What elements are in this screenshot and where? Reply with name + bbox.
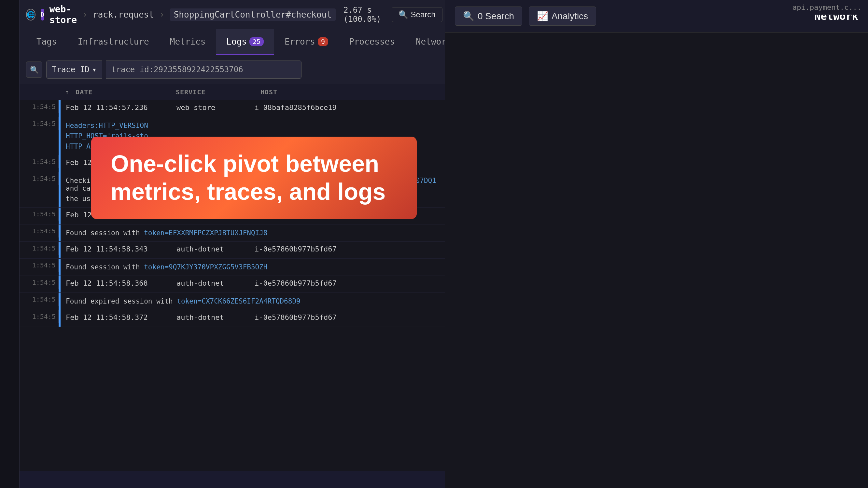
log-time: 1:54:5 [20,100,59,113]
duration: 2.67 s (100.0%) [343,5,381,24]
right-panel: 🔍 0 Search 📈 Analytics Network [445,0,868,488]
logs-badge: 25 [249,37,264,46]
table-row[interactable]: 1:54:5 Feb 12 11:54:58.372 auth-dotnet i… [20,310,445,327]
right-analytics-button[interactable]: 📈 Analytics [529,6,596,26]
log-time: 1:54:5 [20,155,59,168]
tab-infrastructure[interactable]: Infrastructure [67,29,159,55]
dd-logo: D [41,9,44,21]
log-content: Feb 12 11:54:58.368 auth-dotnet i-0e5786… [61,276,445,291]
log-host: i-0e57860b977b5fd67 [255,279,337,287]
log-date: Feb 12 11:54:58.368 [66,279,163,287]
right-analytics-label: Analytics [552,11,588,22]
log-time: 1:54:5 [20,276,59,289]
tab-metrics[interactable]: Metrics [159,29,216,55]
col-date-header[interactable]: ↑ DATE [65,88,176,96]
breadcrumb-separator2: › [159,9,165,20]
table-row[interactable]: 1:54:5 Feb 12 11:54:58.343 auth-dotnet i… [20,242,445,259]
log-text: Found session with [66,229,144,237]
tab-logs[interactable]: Logs 25 [216,29,274,55]
filter-value-input[interactable] [106,61,302,79]
log-token-link2[interactable]: token=9Q7KJY370VPXZGG5V3FB5OZH [144,263,267,271]
log-time: 1:54:5 [20,242,59,255]
col-host-header[interactable]: HOST [260,88,391,96]
left-sidebar [0,0,20,488]
right-panel-body [445,33,868,59]
log-detail-found2: Found session with token=9Q7KJY370VPXZGG… [66,262,439,272]
log-detail-found1: Found session with token=EFXXRMFPCZXPJBT… [66,228,439,238]
log-token-link1[interactable]: token=EFXXRMFPCZXPJBTUXJFNQIJ8 [144,229,267,237]
table-row[interactable]: 1:54:5 Found session with token=EFXXRMFP… [20,225,445,242]
right-panel-placeholder [452,39,862,52]
errors-badge: 9 [318,37,328,46]
log-text: Found expired session with [66,297,177,305]
log-text: Found session with [66,263,144,271]
search-label: Search [411,10,436,19]
search-icon: 🔍 [399,10,408,19]
log-time: 1:54:5 [20,117,59,130]
log-time: 1:54:5 [20,310,59,323]
col-service-header[interactable]: SERVICE [176,88,260,96]
controller-name: ShoppingCartController#checkout [170,8,336,21]
tab-processes[interactable]: Processes [339,29,405,55]
log-table-header: ↑ DATE SERVICE HOST [20,84,445,100]
filter-type-label: Trace ID [52,65,90,74]
overlay-banner: One-click pivot between metrics, traces,… [91,137,417,219]
dropdown-chevron: ▾ [92,65,97,74]
log-detail-expired: Found expired session with token=CX7CK66… [66,296,439,306]
log-time: 1:54:5 [20,172,59,185]
log-time: 1:54:5 [20,293,59,306]
breadcrumb-separator: › [82,9,88,20]
table-row[interactable]: 1:54:5 Found session with token=9Q7KJY37… [20,259,445,276]
log-content: Feb 12 11:54:58.372 auth-dotnet i-0e5786… [61,310,445,325]
right-search-label: 0 Search [477,11,514,22]
log-time: 1:54:5 [20,207,59,221]
log-host: i-0e57860b977b5fd67 [255,313,337,321]
analytics-icon2: 📈 [537,11,548,22]
tab-tags[interactable]: Tags [26,29,67,55]
globe-icon: 🌐 [26,9,35,21]
log-date: Feb 12 11:54:57.236 [66,103,163,111]
table-row[interactable]: 1:54:5 Feb 12 11:54:58.368 auth-dotnet i… [20,276,445,293]
rack-request: rack.request [93,10,154,20]
search-icon2: 🔍 [463,11,474,22]
log-content: Found expired session with token=CX7CK66… [61,293,445,310]
log-content: Feb 12 11:54:58.343 auth-dotnet i-0e5786… [61,242,445,256]
log-content: Found session with token=EFXXRMFPCZXPJBT… [61,225,445,241]
log-host: i-0e57860b977b5fd67 [255,245,337,253]
right-search-button[interactable]: 🔍 0 Search [455,6,522,26]
log-time: 1:54:5 [20,259,59,272]
log-content: Found session with token=9Q7KJY370VPXZGG… [61,259,445,275]
log-service: web-store [177,103,242,111]
col-time-header [26,88,65,96]
top-bar: 🌐 D web-store › rack.request › ShoppingC… [20,0,445,29]
filter-type-dropdown[interactable]: Trace ID ▾ [46,61,102,79]
log-service: auth-dotnet [177,313,242,321]
log-search-icon-btn[interactable]: 🔍 [26,62,42,78]
corner-text: api.payment.c... [793,3,862,11]
tab-errors[interactable]: Errors 9 [274,29,339,55]
log-time: 1:54:5 [20,225,59,237]
log-host: i-08bafa8285f6bce19 [255,103,337,111]
search-button[interactable]: 🔍 Search [392,7,442,22]
sort-arrow-icon: ↑ [65,88,69,96]
log-token-link3[interactable]: token=CX7CK66ZES6IF2A4RTQD68D9 [177,297,300,305]
log-date: Feb 12 11:54:58.343 [66,245,163,253]
log-service: auth-dotnet [177,279,242,287]
table-row[interactable]: 1:54:5 Feb 12 11:54:57.236 web-store i-0… [20,100,445,117]
log-date: Feb 12 11:54:58.372 [66,313,163,321]
log-detail-text: Headers:HTTP_VERSION [66,122,148,129]
overlay-text: One-click pivot between metrics, traces,… [111,150,397,206]
service-name: web-store [50,4,77,25]
log-detail-line: Headers:HTTP_VERSION [66,120,439,131]
log-content: Feb 12 11:54:57.236 web-store i-08bafa82… [61,100,445,115]
log-service: auth-dotnet [177,245,242,253]
log-search-bar: 🔍 Trace ID ▾ [20,55,445,84]
table-row[interactable]: 1:54:5 Found expired session with token=… [20,293,445,310]
corner-info: api.payment.c... [786,0,868,14]
tabs-bar: Tags Infrastructure Metrics Logs 25 Erro… [20,29,445,55]
